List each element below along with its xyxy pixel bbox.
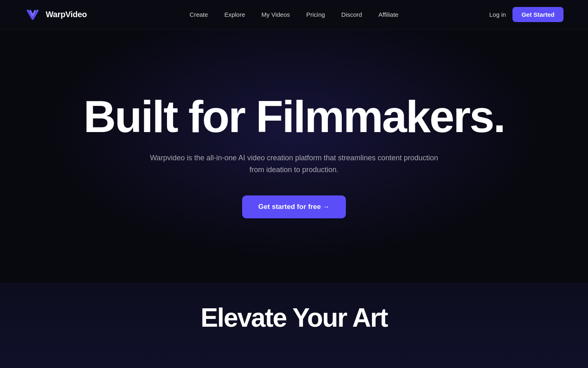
nav-link-create[interactable]: Create [183,8,214,21]
nav-links: Create Explore My Videos Pricing Discord… [183,8,405,21]
logo-area: WarpVideo [24,7,87,23]
nav-link-explore[interactable]: Explore [218,8,252,21]
navbar-right: Log in Get Started [489,7,564,22]
nav-link-affiliate[interactable]: Affiliate [372,8,405,21]
logo-icon [24,7,41,23]
navbar: WarpVideo Create Explore My Videos Prici… [0,0,588,29]
logo-text: WarpVideo [46,10,87,19]
nav-link-pricing[interactable]: Pricing [300,8,332,21]
nav-link-my-videos[interactable]: My Videos [255,8,296,21]
login-link[interactable]: Log in [489,11,506,18]
nav-link-discord[interactable]: Discord [335,8,369,21]
hero-cta-button[interactable]: Get started for free → [242,195,346,218]
get-started-button[interactable]: Get Started [512,7,564,22]
bottom-title: Elevate Your Art [200,303,388,333]
hero-subtitle: Warpvideo is the all-in-one AI video cre… [143,152,445,176]
hero-section: Built for Filmmakers. Warpvideo is the a… [0,29,588,283]
hero-title: Built for Filmmakers. [83,94,504,139]
bottom-section: Elevate Your Art [0,283,588,368]
